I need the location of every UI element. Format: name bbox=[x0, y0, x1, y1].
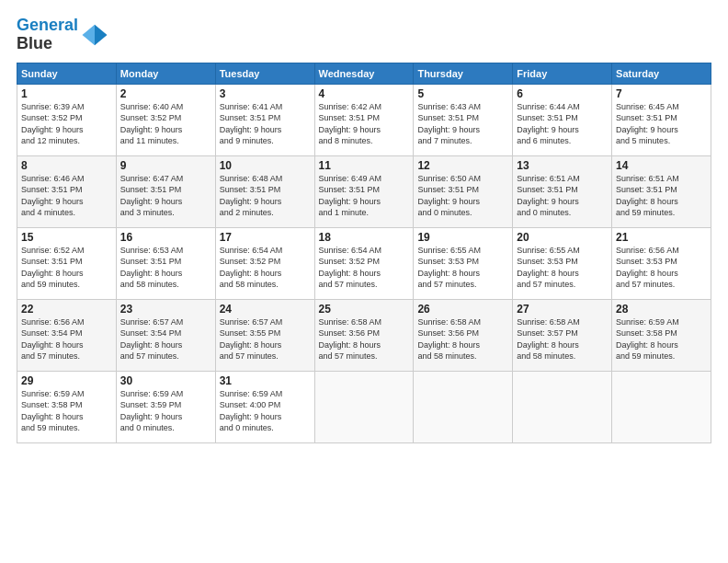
day-info: Sunrise: 6:55 AM Sunset: 3:53 PM Dayligh… bbox=[517, 245, 608, 291]
calendar-cell: 30Sunrise: 6:59 AM Sunset: 3:59 PM Dayli… bbox=[116, 371, 215, 442]
calendar-week-5: 29Sunrise: 6:59 AM Sunset: 3:58 PM Dayli… bbox=[17, 371, 711, 442]
calendar-cell: 24Sunrise: 6:57 AM Sunset: 3:55 PM Dayli… bbox=[215, 299, 314, 371]
day-info: Sunrise: 6:58 AM Sunset: 3:56 PM Dayligh… bbox=[417, 316, 508, 362]
day-number: 9 bbox=[120, 159, 211, 172]
calendar-cell: 22Sunrise: 6:56 AM Sunset: 3:54 PM Dayli… bbox=[17, 299, 117, 371]
day-info: Sunrise: 6:49 AM Sunset: 3:51 PM Dayligh… bbox=[319, 173, 410, 219]
calendar-cell bbox=[513, 371, 612, 442]
day-info: Sunrise: 6:51 AM Sunset: 3:51 PM Dayligh… bbox=[616, 173, 707, 219]
day-info: Sunrise: 6:39 AM Sunset: 3:52 PM Dayligh… bbox=[21, 101, 112, 147]
day-info: Sunrise: 6:59 AM Sunset: 3:58 PM Dayligh… bbox=[21, 388, 112, 434]
day-info: Sunrise: 6:58 AM Sunset: 3:57 PM Dayligh… bbox=[517, 316, 608, 362]
calendar-cell: 16Sunrise: 6:53 AM Sunset: 3:51 PM Dayli… bbox=[116, 227, 215, 299]
day-number: 11 bbox=[319, 159, 410, 172]
day-number: 26 bbox=[417, 303, 508, 316]
calendar-cell: 15Sunrise: 6:52 AM Sunset: 3:51 PM Dayli… bbox=[17, 227, 117, 299]
day-info: Sunrise: 6:46 AM Sunset: 3:51 PM Dayligh… bbox=[21, 173, 112, 219]
day-info: Sunrise: 6:47 AM Sunset: 3:51 PM Dayligh… bbox=[120, 173, 211, 219]
weekday-header-wednesday: Wednesday bbox=[314, 63, 414, 84]
calendar-cell: 21Sunrise: 6:56 AM Sunset: 3:53 PM Dayli… bbox=[612, 227, 711, 299]
day-info: Sunrise: 6:54 AM Sunset: 3:52 PM Dayligh… bbox=[220, 245, 311, 291]
day-number: 22 bbox=[21, 303, 112, 316]
day-number: 25 bbox=[319, 303, 410, 316]
day-info: Sunrise: 6:41 AM Sunset: 3:51 PM Dayligh… bbox=[220, 101, 311, 147]
day-info: Sunrise: 6:59 AM Sunset: 3:58 PM Dayligh… bbox=[616, 316, 707, 362]
day-number: 17 bbox=[220, 231, 311, 244]
svg-marker-1 bbox=[83, 25, 96, 46]
day-number: 7 bbox=[616, 87, 707, 100]
day-number: 14 bbox=[616, 159, 707, 172]
weekday-header-sunday: Sunday bbox=[17, 63, 117, 84]
calendar-cell: 12Sunrise: 6:50 AM Sunset: 3:51 PM Dayli… bbox=[414, 155, 513, 227]
weekday-header-saturday: Saturday bbox=[612, 63, 711, 84]
day-info: Sunrise: 6:42 AM Sunset: 3:51 PM Dayligh… bbox=[319, 101, 410, 147]
calendar-week-1: 1Sunrise: 6:39 AM Sunset: 3:52 PM Daylig… bbox=[17, 84, 711, 155]
day-number: 12 bbox=[417, 159, 508, 172]
calendar-week-4: 22Sunrise: 6:56 AM Sunset: 3:54 PM Dayli… bbox=[17, 299, 711, 371]
day-number: 13 bbox=[517, 159, 608, 172]
day-number: 18 bbox=[319, 231, 410, 244]
calendar-cell: 28Sunrise: 6:59 AM Sunset: 3:58 PM Dayli… bbox=[612, 299, 711, 371]
logo: GeneralBlue bbox=[17, 17, 108, 53]
day-info: Sunrise: 6:50 AM Sunset: 3:51 PM Dayligh… bbox=[417, 173, 508, 219]
calendar-cell: 29Sunrise: 6:59 AM Sunset: 3:58 PM Dayli… bbox=[17, 371, 117, 442]
calendar-cell: 2Sunrise: 6:40 AM Sunset: 3:52 PM Daylig… bbox=[116, 84, 215, 155]
calendar-cell bbox=[612, 371, 711, 442]
day-number: 2 bbox=[120, 87, 211, 100]
day-info: Sunrise: 6:51 AM Sunset: 3:51 PM Dayligh… bbox=[517, 173, 608, 219]
calendar-cell: 7Sunrise: 6:45 AM Sunset: 3:51 PM Daylig… bbox=[612, 84, 711, 155]
calendar-cell: 6Sunrise: 6:44 AM Sunset: 3:51 PM Daylig… bbox=[513, 84, 612, 155]
day-info: Sunrise: 6:44 AM Sunset: 3:51 PM Dayligh… bbox=[517, 101, 608, 147]
day-number: 15 bbox=[21, 231, 112, 244]
calendar-cell bbox=[414, 371, 513, 442]
day-info: Sunrise: 6:48 AM Sunset: 3:51 PM Dayligh… bbox=[220, 173, 311, 219]
day-number: 4 bbox=[319, 87, 410, 100]
day-number: 28 bbox=[616, 303, 707, 316]
calendar-cell: 18Sunrise: 6:54 AM Sunset: 3:52 PM Dayli… bbox=[314, 227, 414, 299]
calendar-cell: 1Sunrise: 6:39 AM Sunset: 3:52 PM Daylig… bbox=[17, 84, 117, 155]
calendar-header-row: SundayMondayTuesdayWednesdayThursdayFrid… bbox=[17, 63, 711, 84]
calendar-cell: 31Sunrise: 6:59 AM Sunset: 4:00 PM Dayli… bbox=[215, 371, 314, 442]
calendar-cell: 8Sunrise: 6:46 AM Sunset: 3:51 PM Daylig… bbox=[17, 155, 117, 227]
calendar-week-2: 8Sunrise: 6:46 AM Sunset: 3:51 PM Daylig… bbox=[17, 155, 711, 227]
calendar-cell: 9Sunrise: 6:47 AM Sunset: 3:51 PM Daylig… bbox=[116, 155, 215, 227]
calendar-cell: 27Sunrise: 6:58 AM Sunset: 3:57 PM Dayli… bbox=[513, 299, 612, 371]
weekday-header-thursday: Thursday bbox=[414, 63, 513, 84]
day-number: 16 bbox=[120, 231, 211, 244]
calendar-cell: 10Sunrise: 6:48 AM Sunset: 3:51 PM Dayli… bbox=[215, 155, 314, 227]
day-info: Sunrise: 6:55 AM Sunset: 3:53 PM Dayligh… bbox=[417, 245, 508, 291]
page: GeneralBlue SundayMondayTuesdayWednesday… bbox=[0, 0, 728, 563]
day-info: Sunrise: 6:54 AM Sunset: 3:52 PM Dayligh… bbox=[319, 245, 410, 291]
calendar-cell: 20Sunrise: 6:55 AM Sunset: 3:53 PM Dayli… bbox=[513, 227, 612, 299]
day-info: Sunrise: 6:40 AM Sunset: 3:52 PM Dayligh… bbox=[120, 101, 211, 147]
header: GeneralBlue bbox=[17, 17, 711, 53]
day-info: Sunrise: 6:56 AM Sunset: 3:53 PM Dayligh… bbox=[616, 245, 707, 291]
weekday-header-friday: Friday bbox=[513, 63, 612, 84]
calendar-cell: 19Sunrise: 6:55 AM Sunset: 3:53 PM Dayli… bbox=[414, 227, 513, 299]
day-number: 10 bbox=[220, 159, 311, 172]
day-number: 8 bbox=[21, 159, 112, 172]
day-number: 21 bbox=[616, 231, 707, 244]
day-info: Sunrise: 6:52 AM Sunset: 3:51 PM Dayligh… bbox=[21, 245, 112, 291]
day-info: Sunrise: 6:59 AM Sunset: 3:59 PM Dayligh… bbox=[120, 388, 211, 434]
day-info: Sunrise: 6:58 AM Sunset: 3:56 PM Dayligh… bbox=[319, 316, 410, 362]
calendar-cell bbox=[314, 371, 414, 442]
day-number: 6 bbox=[517, 87, 608, 100]
day-number: 30 bbox=[120, 374, 211, 387]
day-number: 24 bbox=[220, 303, 311, 316]
calendar-cell: 3Sunrise: 6:41 AM Sunset: 3:51 PM Daylig… bbox=[215, 84, 314, 155]
day-info: Sunrise: 6:57 AM Sunset: 3:54 PM Dayligh… bbox=[120, 316, 211, 362]
calendar-cell: 25Sunrise: 6:58 AM Sunset: 3:56 PM Dayli… bbox=[314, 299, 414, 371]
calendar-cell: 14Sunrise: 6:51 AM Sunset: 3:51 PM Dayli… bbox=[612, 155, 711, 227]
day-number: 31 bbox=[220, 374, 311, 387]
calendar-cell: 11Sunrise: 6:49 AM Sunset: 3:51 PM Dayli… bbox=[314, 155, 414, 227]
calendar-cell: 13Sunrise: 6:51 AM Sunset: 3:51 PM Dayli… bbox=[513, 155, 612, 227]
day-info: Sunrise: 6:57 AM Sunset: 3:55 PM Dayligh… bbox=[220, 316, 311, 362]
day-info: Sunrise: 6:45 AM Sunset: 3:51 PM Dayligh… bbox=[616, 101, 707, 147]
day-number: 29 bbox=[21, 374, 112, 387]
day-info: Sunrise: 6:53 AM Sunset: 3:51 PM Dayligh… bbox=[120, 245, 211, 291]
calendar-cell: 5Sunrise: 6:43 AM Sunset: 3:51 PM Daylig… bbox=[414, 84, 513, 155]
calendar-cell: 23Sunrise: 6:57 AM Sunset: 3:54 PM Dayli… bbox=[116, 299, 215, 371]
day-number: 1 bbox=[21, 87, 112, 100]
day-info: Sunrise: 6:56 AM Sunset: 3:54 PM Dayligh… bbox=[21, 316, 112, 362]
